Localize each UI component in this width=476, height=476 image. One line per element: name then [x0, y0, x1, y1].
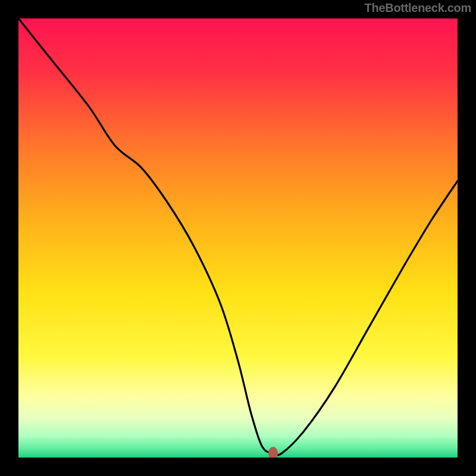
curve-layer	[18, 18, 458, 458]
optimal-marker	[268, 447, 278, 458]
plot-area	[18, 18, 458, 458]
attribution-label: TheBottleneck.com	[365, 1, 471, 15]
bottleneck-curve	[18, 18, 458, 455]
chart-root: TheBottleneck.com	[0, 0, 476, 476]
